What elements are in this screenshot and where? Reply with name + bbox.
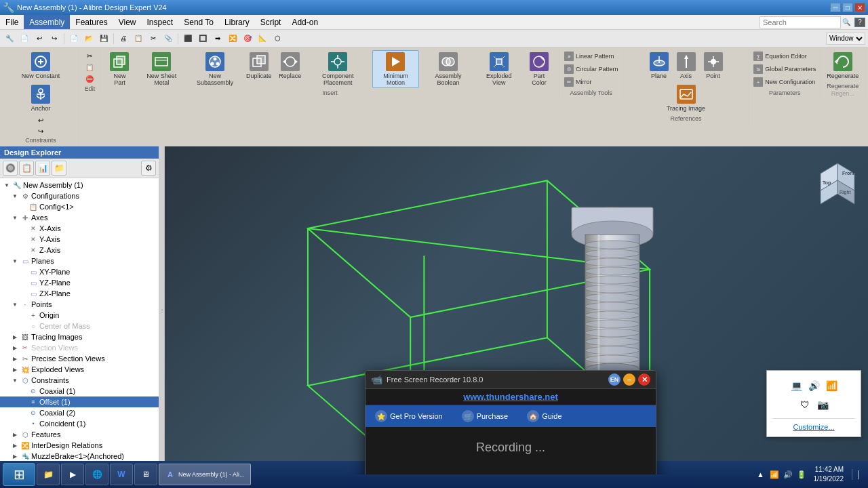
tree-item-coincident-1[interactable]: • Coincident (1) — [0, 418, 159, 429]
customize-link[interactable]: Customize... — [793, 423, 834, 431]
show-desktop-btn[interactable]: │ — [852, 469, 863, 480]
menu-file[interactable]: File — [0, 15, 24, 29]
tray-icon-monitor[interactable]: 💻 — [789, 379, 803, 392]
tree-item-zaxis[interactable]: ✕ Z-Axis — [0, 245, 159, 256]
replace-button[interactable]: Replace — [277, 50, 304, 88]
tree-item-points[interactable]: ▼ · Points — [0, 299, 159, 310]
taskbar-word-btn[interactable]: W — [110, 464, 133, 485]
qa-btn9[interactable]: ⬛ — [181, 32, 195, 45]
expander-constraints[interactable]: ▼ — [11, 376, 19, 384]
menu-inspect[interactable]: Inspect — [142, 15, 179, 29]
recorder-purchase-button[interactable]: 🛒 Purchase — [459, 409, 511, 424]
new-sheet-metal-button[interactable]: New Sheet Metal — [137, 50, 186, 88]
window-selector[interactable]: Window — [826, 33, 865, 45]
panel-tool-btn3[interactable]: 📊 — [35, 161, 50, 176]
global-parameters-button[interactable]: G Global Parameters — [751, 63, 818, 75]
tree-item-new-assembly[interactable]: ▼ 🔧 New Assembly (1) — [0, 180, 159, 190]
tree-item-center-of-mass[interactable]: ○ Center of Mass — [0, 321, 159, 331]
tray-show-hidden[interactable]: ▲ — [755, 469, 766, 480]
mirror-button[interactable]: ⇔ Mirror — [561, 76, 621, 88]
tree-item-precise-section-views[interactable]: ▶ ✂ Precise Section Views — [0, 353, 159, 364]
qa-btn11[interactable]: ➡ — [211, 32, 224, 45]
expander-section-views[interactable]: ▶ — [11, 344, 19, 352]
panel-tool-btn1[interactable]: 🔘 — [3, 161, 18, 176]
expander-config1[interactable] — [19, 203, 27, 211]
part-color-button[interactable]: Part Color — [524, 50, 555, 88]
tree-item-origin[interactable]: + Origin — [0, 310, 159, 321]
edit-btn1[interactable]: ✂ — [83, 50, 96, 61]
expander-exploded-views[interactable]: ▶ — [11, 365, 19, 373]
expander-features[interactable]: ▶ — [11, 430, 19, 439]
constraints-redo[interactable]: ↪ — [35, 126, 47, 136]
menu-add-on[interactable]: Add-on — [286, 15, 323, 29]
taskbar-alibre-btn[interactable]: A New Assembly (1) - Ali... — [159, 464, 251, 485]
qa-btn14[interactable]: 📐 — [256, 32, 269, 45]
point-button[interactable]: Point — [701, 50, 726, 81]
expander-xaxis[interactable] — [19, 224, 27, 232]
start-button[interactable]: ⊞ — [3, 463, 35, 486]
regenerate-button[interactable]: Regenerate — [823, 50, 862, 81]
expander-new-assembly[interactable]: ▼ — [3, 181, 11, 189]
tree-item-yaxis[interactable]: ✕ Y-Axis — [0, 234, 159, 245]
menu-library[interactable]: Library — [219, 15, 255, 29]
axis-button[interactable]: Axis — [673, 50, 699, 81]
search-input[interactable] — [760, 16, 841, 28]
tree-item-coaxial-1[interactable]: ⊙ Coaxial (1) — [0, 386, 159, 396]
menu-send-to[interactable]: Send To — [178, 15, 219, 29]
circular-pattern-button[interactable]: ◎ Circular Pattern — [561, 63, 621, 75]
tree-item-constraints[interactable]: ▼ ⬡ Constraints — [0, 375, 159, 386]
tree-item-zxplane[interactable]: ▭ ZX-Plane — [0, 288, 159, 299]
menu-view[interactable]: View — [113, 15, 142, 29]
taskbar-chrome-btn[interactable]: 🌐 — [85, 464, 108, 485]
tree-item-xaxis[interactable]: ✕ X-Axis — [0, 223, 159, 234]
recorder-get-pro-button[interactable]: ⭐ Get Pro Version — [372, 409, 446, 424]
qa-btn15[interactable]: ⬡ — [271, 32, 284, 45]
tree-item-yzplane[interactable]: ▭ YZ-Plane — [0, 277, 159, 288]
qa-btn12[interactable]: 🔀 — [226, 32, 239, 45]
expander-origin[interactable] — [19, 311, 27, 319]
tray-icon-security[interactable]: 🛡 — [798, 398, 812, 411]
recorder-minimize-button[interactable]: – — [623, 373, 635, 386]
redo-button[interactable]: ↪ — [47, 32, 61, 45]
expander-planes[interactable]: ▼ — [11, 257, 19, 265]
expander-xyplane[interactable] — [19, 268, 27, 276]
tracing-image-button[interactable]: Tracing Image — [663, 83, 709, 114]
minimum-motion-button[interactable]: Minimum Motion — [372, 50, 420, 88]
equation-editor-button[interactable]: ∑ Equation Editor — [751, 50, 818, 62]
new-configuration-button[interactable]: + New Configuration — [751, 76, 818, 88]
insert-part-button[interactable]: New Part — [105, 50, 135, 88]
panel-resize-handle[interactable]: ⋮ — [159, 146, 165, 474]
tree-item-xyplane[interactable]: ▭ XY-Plane — [0, 266, 159, 277]
tray-network-icon[interactable]: 📶 — [769, 469, 780, 480]
tray-icon-network[interactable]: 📶 — [825, 379, 838, 392]
qa-btn6[interactable]: 📋 — [132, 32, 145, 45]
tree-item-configurations[interactable]: ▼ ⚙ Configurations — [0, 190, 159, 201]
new-button[interactable]: 📄 — [67, 32, 81, 45]
qa-btn10[interactable]: 🔲 — [196, 32, 210, 45]
tree-item-exploded-views[interactable]: ▶ 💥 Exploded Views — [0, 364, 159, 375]
expander-yaxis[interactable] — [19, 235, 27, 243]
tray-volume-icon[interactable]: 🔊 — [783, 469, 793, 480]
anchor-button[interactable]: Anchor — [27, 83, 54, 114]
expander-muzzlebrake[interactable]: ▶ — [11, 452, 19, 460]
duplicate-button[interactable]: Duplicate — [244, 50, 274, 88]
tree-item-planes[interactable]: ▼ ▭ Planes — [0, 256, 159, 266]
tree-item-config1[interactable]: 📋 Config<1> — [0, 201, 159, 212]
expander-coaxial-1[interactable] — [19, 387, 27, 395]
panel-tool-btn4[interactable]: 📁 — [52, 161, 66, 176]
taskbar-media-btn[interactable]: ▶ — [61, 464, 84, 485]
tree-item-offset-1[interactable]: ≡ Offset (1) — [0, 396, 159, 407]
plane-button[interactable]: Plane — [646, 50, 672, 81]
linear-pattern-button[interactable]: ≡ Linear Pattern — [561, 50, 621, 62]
edit-btn3[interactable]: ⛔ — [83, 73, 96, 84]
recorder-close-button[interactable]: ✕ — [638, 373, 650, 386]
panel-tool-btn2[interactable]: 📋 — [19, 161, 34, 176]
expander-tracing-images[interactable]: ▶ — [11, 333, 19, 341]
tree-item-tracing-images[interactable]: ▶ 🖼 Tracing Images — [0, 331, 159, 342]
save-button[interactable]: 💾 — [97, 32, 111, 45]
expander-coincident-1[interactable] — [19, 420, 27, 428]
menu-features[interactable]: Features — [70, 15, 113, 29]
menu-assembly[interactable]: Assembly — [24, 15, 70, 29]
minimize-button[interactable]: ─ — [830, 3, 841, 12]
edit-btn2[interactable]: 📋 — [83, 62, 96, 73]
